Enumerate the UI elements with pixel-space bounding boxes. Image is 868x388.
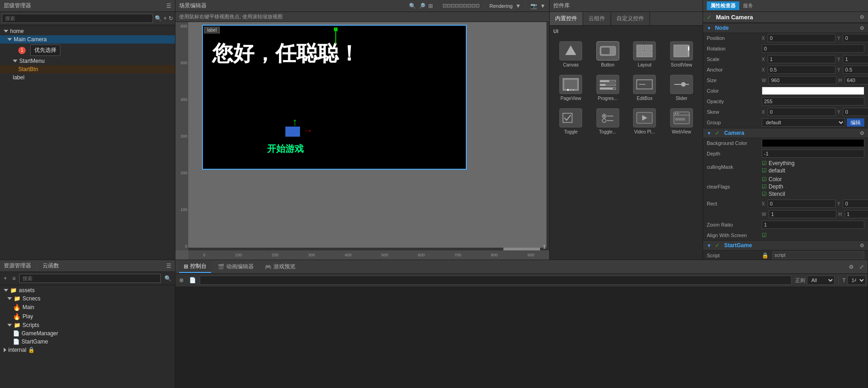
scale-y-input[interactable] <box>843 55 868 63</box>
startgame-toggle[interactable]: ▼ <box>707 243 711 248</box>
console-doc-button[interactable]: 📄 <box>187 276 198 284</box>
assets-search-input[interactable] <box>19 274 161 283</box>
comp-item-button[interactable]: Button <box>590 39 626 70</box>
tree-asset-internal[interactable]: internal 🔒 <box>0 346 175 354</box>
tab-animation[interactable]: 🎬 动画编辑器 <box>213 261 258 272</box>
comp-item-scrollview[interactable]: ScrollView <box>664 39 699 70</box>
group-select[interactable]: default <box>762 118 845 127</box>
tree-item-start-btn[interactable]: StartBtn <box>0 65 175 73</box>
size-w-input[interactable] <box>769 76 836 84</box>
log-type-select[interactable]: All <box>807 276 835 285</box>
scene-canvas[interactable]: 600 500 400 300 200 100 0 label 您好，任聪聪！ <box>175 22 549 260</box>
tree-asset-label-main: Main <box>22 304 34 310</box>
skew-x-input[interactable] <box>768 108 835 116</box>
tree-item-label[interactable]: label <box>0 73 175 82</box>
console-settings-icon[interactable]: ⚙ <box>849 264 854 270</box>
group-edit-button[interactable]: 编辑 <box>847 118 864 127</box>
tree-asset-startgame[interactable]: 📄 StartGame <box>0 338 175 346</box>
inspector-settings-icon[interactable]: ⚙ <box>860 14 864 20</box>
tab-custom[interactable]: 自定义控件 <box>611 12 650 25</box>
position-x-input[interactable] <box>768 34 835 42</box>
comp-item-progress[interactable]: Progres... <box>590 72 626 104</box>
assets-menu-icon[interactable]: ☰ <box>166 263 171 269</box>
clear-color-check[interactable]: ☑ <box>762 176 767 183</box>
startgame-enable[interactable]: ✓ <box>715 242 720 249</box>
vertical-scrollbar[interactable] <box>546 22 549 250</box>
node-settings[interactable]: ⚙ <box>860 25 864 31</box>
tab-preview[interactable]: 🎮 游戏预览 <box>260 261 300 272</box>
size-h-input[interactable] <box>845 76 868 84</box>
rotation-label: Rotation <box>707 46 762 51</box>
add-icon[interactable]: + <box>164 15 167 22</box>
comp-item-editbox[interactable]: EditBox <box>627 72 662 104</box>
startgame-settings[interactable]: ⚙ <box>860 243 864 249</box>
scale-x-input[interactable] <box>768 55 835 63</box>
hierarchy-search-input[interactable] <box>2 14 153 23</box>
tab-console[interactable]: ⊞ 控制台 <box>179 261 211 273</box>
rect-x-input[interactable] <box>768 200 835 208</box>
node-toggle[interactable]: ▼ <box>707 26 711 31</box>
tree-item-start-menu[interactable]: StartMenu <box>0 57 175 65</box>
tree-asset-scnecs[interactable]: 📁 Scnecs <box>0 294 175 303</box>
align-screen-check[interactable]: ☑ <box>762 232 767 238</box>
tree-item-home[interactable]: home <box>0 27 175 35</box>
camera-settings[interactable]: ⚙ <box>860 130 864 136</box>
culling-default-check[interactable]: ☑ <box>762 167 767 174</box>
depth-input[interactable] <box>762 150 864 158</box>
zoom-ratio-input[interactable] <box>762 221 864 229</box>
tree-asset-gamemanager[interactable]: 📄 GameManager <box>0 329 175 338</box>
rect-w-input[interactable] <box>769 210 836 218</box>
camera-enable[interactable]: ✓ <box>715 130 720 136</box>
font-size-select[interactable]: 14 <box>847 276 866 285</box>
comp-item-togglegroup[interactable]: Toggle... <box>590 105 626 137</box>
rect-h-input[interactable] <box>845 210 868 218</box>
position-y-input[interactable] <box>843 34 868 42</box>
color-swatch[interactable] <box>762 87 864 95</box>
cloud-tab[interactable]: 云函数 <box>43 262 59 270</box>
refresh-icon[interactable]: ↻ <box>169 15 173 22</box>
comp-item-slider[interactable]: Slider <box>664 72 699 104</box>
rotation-input[interactable] <box>762 44 864 53</box>
background-color-swatch[interactable] <box>762 139 864 147</box>
comp-item-videoplayer[interactable]: Video Pl... <box>627 105 662 137</box>
layout-toggle-button[interactable]: ≡ <box>11 274 17 283</box>
opacity-input[interactable] <box>762 97 864 105</box>
tab-cloud[interactable]: 云组件 <box>583 12 611 25</box>
culling-everything-check[interactable]: ☑ <box>762 160 767 166</box>
hierarchy-menu-icon[interactable]: ☰ <box>166 3 171 9</box>
scene-toolbar-icon1[interactable]: ⊡⊡⊡⊡⊡⊡⊡⊡⊡ <box>442 3 480 9</box>
console-clear-button[interactable]: ⊗ <box>177 276 186 284</box>
tab-builtin[interactable]: 内置控件 <box>550 12 583 25</box>
rendering-dropdown[interactable]: Rendering <box>489 3 513 9</box>
console-search-input[interactable] <box>200 276 792 285</box>
camera-icon[interactable]: 📷 <box>530 3 537 9</box>
comp-item-pageview[interactable]: PageView <box>553 72 589 104</box>
search-icon[interactable]: 🔍 <box>155 15 162 22</box>
comp-item-canvas[interactable]: Canvas <box>553 39 589 70</box>
tree-item-main-camera[interactable]: Main Camera <box>0 35 175 44</box>
add-asset-button[interactable]: + <box>2 274 9 283</box>
horizontal-scrollbar[interactable] <box>188 248 549 250</box>
comp-item-layout[interactable]: Layout <box>627 39 662 70</box>
console-expand-icon[interactable]: ⤢ <box>859 264 864 270</box>
assets-search-btn[interactable]: 🔍 <box>163 274 173 283</box>
tree-asset-assets[interactable]: 📁 assets <box>0 286 175 294</box>
anchor-y-input[interactable] <box>843 66 868 74</box>
clear-stencil-check[interactable]: ☑ <box>762 191 767 197</box>
camera-toggle[interactable]: ▼ <box>707 131 711 136</box>
rect-y-input[interactable] <box>843 200 868 208</box>
service-tab[interactable]: 服务 <box>743 2 753 9</box>
clear-depth-check[interactable]: ☑ <box>762 183 767 190</box>
fit-icon[interactable]: ⊞ <box>428 3 433 9</box>
tree-asset-main[interactable]: 🔥 Main <box>0 303 175 312</box>
comp-item-webview[interactable]: www WebView <box>664 105 699 137</box>
skew-y-input[interactable] <box>843 108 868 116</box>
zoom-out-icon[interactable]: 🔎 <box>419 3 426 9</box>
zoom-in-icon[interactable]: 🔍 <box>409 3 416 9</box>
comp-item-toggle[interactable]: Toggle <box>553 105 589 137</box>
tree-asset-scripts[interactable]: 📁 Scripts <box>0 321 175 329</box>
enable-icon[interactable]: ✓ <box>707 14 711 21</box>
tree-asset-play[interactable]: 🔥 Play <box>0 312 175 321</box>
inspector-tab-active[interactable]: 属性检查器 <box>707 1 739 10</box>
anchor-x-input[interactable] <box>768 66 835 74</box>
